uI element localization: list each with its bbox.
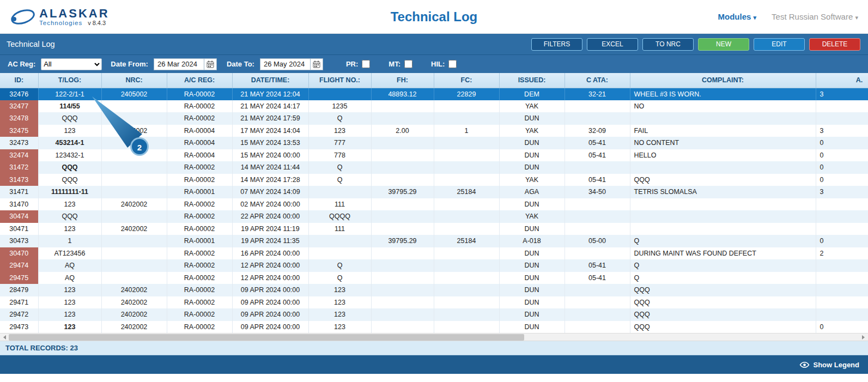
table-row[interactable]: 29473 123 2402002 RA-00002 09 APR 2024 0… <box>0 321 868 334</box>
cell-flight: 111 <box>308 198 371 211</box>
table-row[interactable]: 32476 122-2/1-1 2405002 RA-00002 21 MAY … <box>0 88 868 100</box>
table-row[interactable]: 30473 1 RA-00001 19 APR 2024 11:35 39795… <box>0 235 868 247</box>
column-header-datetime[interactable]: DATE/TIME: <box>232 73 308 88</box>
column-header-id[interactable]: ID: <box>0 73 38 88</box>
cell-id: 31473 <box>0 174 38 186</box>
modules-menu[interactable]: Modules ▾ <box>718 12 757 21</box>
cell-nrc <box>101 247 167 260</box>
cell-id: 30474 <box>0 210 38 223</box>
cell-tlog: 123432-1 <box>38 149 101 162</box>
date-to-calendar-button[interactable] <box>310 58 323 70</box>
scroll-left-arrow[interactable] <box>0 334 9 341</box>
column-header-a[interactable]: A. <box>816 73 868 88</box>
table-row[interactable]: 32477 114/55 RA-00002 21 MAY 2024 14:17 … <box>0 100 868 113</box>
cell-complaint: WHEEL #3 IS WORN. <box>630 88 816 100</box>
column-header-cata[interactable]: C ATA: <box>564 73 630 88</box>
cell-id: 28479 <box>0 284 38 296</box>
mt-checkbox[interactable] <box>404 60 412 68</box>
chevron-down-icon: ▾ <box>754 14 757 21</box>
cell-datetime: 21 MAY 2024 14:17 <box>232 100 308 113</box>
table-row[interactable]: 32474 123432-1 RA-00004 15 MAY 2024 00:0… <box>0 149 868 162</box>
scroll-right-arrow[interactable] <box>859 334 868 341</box>
table-row[interactable]: 31470 123 2402002 RA-00002 02 MAY 2024 0… <box>0 198 868 211</box>
cell-flight: Q <box>308 161 371 174</box>
cell-tlog: 123 <box>38 284 101 296</box>
cell-issued: DUN <box>499 296 564 309</box>
ac-reg-select[interactable]: All <box>41 58 102 70</box>
cell-nrc: 2402002 <box>101 223 167 235</box>
cell-nrc <box>101 161 167 174</box>
filters-button[interactable]: FILTERS <box>531 38 582 51</box>
column-header-nrc[interactable]: NRC: <box>101 73 167 88</box>
table-row[interactable]: 31471 11111111-11 RA-00001 07 MAY 2024 1… <box>0 186 868 198</box>
table-row[interactable]: 32475 123 2405002 RA-00004 17 MAY 2024 1… <box>0 125 868 137</box>
column-header-acreg[interactable]: A/C REG: <box>167 73 232 88</box>
table-row[interactable]: 32478 QQQ RA-00002 21 MAY 2024 17:59 Q D… <box>0 112 868 125</box>
user-menu[interactable]: Test Russian Software ▾ <box>772 12 858 21</box>
cell-acreg: RA-00002 <box>167 88 232 100</box>
cell-datetime: 09 APR 2024 00:00 <box>232 284 308 296</box>
date-from-calendar-button[interactable] <box>204 58 217 70</box>
table-row[interactable]: 29472 123 2402002 RA-00002 09 APR 2024 0… <box>0 308 868 321</box>
new-button[interactable]: NEW <box>698 38 749 51</box>
table-row[interactable]: 29474 AQ RA-00002 12 APR 2024 00:00 Q DU… <box>0 259 868 272</box>
table-row[interactable]: 30470 AT123456 RA-00002 16 APR 2024 00:0… <box>0 247 868 260</box>
column-header-flightno[interactable]: FLIGHT NO.: <box>308 73 371 88</box>
table-row[interactable]: 32473 453214-1 RA-00004 15 MAY 2024 13:5… <box>0 137 868 149</box>
cell-fc: 22829 <box>434 88 499 100</box>
cell-fh <box>371 210 434 223</box>
column-header-tlog[interactable]: T/LOG: <box>38 73 101 88</box>
cell-nrc <box>101 259 167 272</box>
delete-button[interactable]: DELETE <box>809 38 860 51</box>
user-menu-label: Test Russian Software <box>772 12 853 21</box>
table-row[interactable]: 30474 QQQ RA-00002 22 APR 2024 00:00 QQQ… <box>0 210 868 223</box>
cell-fh <box>371 296 434 309</box>
cell-fh: 48893.12 <box>371 88 434 100</box>
cell-a: 0 <box>816 161 868 174</box>
cell-acreg: RA-00004 <box>167 149 232 162</box>
panel-title-bar: Technical Log FILTERS EXCEL TO NRC NEW E… <box>0 34 868 54</box>
cell-tlog: 11111111-11 <box>38 186 101 198</box>
date-to-input[interactable] <box>260 58 310 70</box>
table-row[interactable]: 31473 QQQ RA-00002 14 MAY 2024 17:28 Q Y… <box>0 174 868 186</box>
app-header: ALASKAR Technologies v 8.4.3 Technical L… <box>0 0 868 34</box>
date-from-label: Date From: <box>111 60 148 68</box>
scrollbar-thumb[interactable] <box>9 334 524 341</box>
cell-fh <box>371 149 434 162</box>
cell-a <box>816 198 868 211</box>
table-row[interactable]: 29471 123 2402002 RA-00002 09 APR 2024 0… <box>0 296 868 309</box>
cell-issued: DUN <box>499 223 564 235</box>
cell-fc <box>434 223 499 235</box>
cell-issued: DUN <box>499 259 564 272</box>
cell-tlog: QQQ <box>38 112 101 125</box>
pr-checkbox[interactable] <box>362 60 370 68</box>
to-nrc-button[interactable]: TO NRC <box>642 38 694 51</box>
cell-flight: 123 <box>308 308 371 321</box>
column-header-fc[interactable]: FC: <box>434 73 499 88</box>
column-header-issued[interactable]: ISSUED: <box>499 73 564 88</box>
cell-fh <box>371 308 434 321</box>
cell-a <box>816 223 868 235</box>
column-header-fh[interactable]: FH: <box>371 73 434 88</box>
date-from-input[interactable] <box>154 58 204 70</box>
table-row[interactable]: 31472 QQQ RA-00002 14 MAY 2024 11:44 Q D… <box>0 161 868 174</box>
table-row[interactable]: 29475 AQ RA-00002 12 APR 2024 00:00 Q DU… <box>0 272 868 284</box>
calendar-icon <box>207 60 214 68</box>
cell-fc <box>434 198 499 211</box>
table-row[interactable]: 30471 123 2402002 RA-00002 19 APR 2024 1… <box>0 223 868 235</box>
cell-fc: 25184 <box>434 186 499 198</box>
table-row[interactable]: 28479 123 2402002 RA-00002 09 APR 2024 0… <box>0 284 868 296</box>
cell-fh <box>371 137 434 149</box>
cell-datetime: 09 APR 2024 00:00 <box>232 296 308 309</box>
column-header-complaint[interactable]: COMPLAINT: <box>630 73 816 88</box>
cell-nrc: 2405002 <box>101 88 167 100</box>
show-legend-button[interactable]: Show Legend <box>799 361 860 369</box>
cell-a: 2 <box>816 247 868 260</box>
cell-cata <box>564 223 630 235</box>
excel-button[interactable]: EXCEL <box>587 38 638 51</box>
cell-cata: 05-41 <box>564 149 630 162</box>
hil-checkbox[interactable] <box>448 60 457 68</box>
cell-fc <box>434 308 499 321</box>
filter-bar: AC Reg: All Date From: Date To: <box>0 54 868 73</box>
edit-button[interactable]: EDIT <box>754 38 805 51</box>
